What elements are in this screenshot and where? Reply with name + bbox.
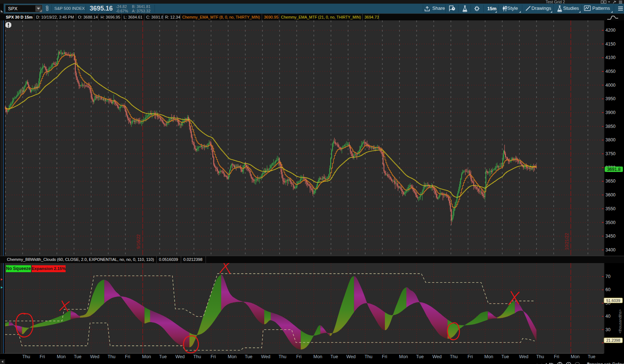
svg-text:Fri: Fri <box>296 354 302 359</box>
svg-text:Fri: Fri <box>468 354 473 359</box>
svg-text:Tue: Tue <box>74 354 81 359</box>
svg-text:60: 60 <box>605 287 611 292</box>
svg-text:Fri: Fri <box>40 354 45 359</box>
svg-text:3691.8: 3691.8 <box>607 167 621 172</box>
svg-text:3950: 3950 <box>605 96 616 101</box>
svg-text:70: 70 <box>605 274 611 279</box>
svg-text:Mon: Mon <box>142 354 151 359</box>
svg-text:51.6039: 51.6039 <box>607 298 620 303</box>
svg-text:3650: 3650 <box>605 179 616 184</box>
svg-text:Wed: Wed <box>175 354 185 359</box>
svg-text:Mon: Mon <box>484 354 493 359</box>
svg-text:3400: 3400 <box>605 247 616 253</box>
svg-text:Wed: Wed <box>432 354 442 359</box>
svg-text:10/21/22: 10/21/22 <box>564 233 569 250</box>
svg-text:Tue: Tue <box>245 354 252 359</box>
svg-text:3750: 3750 <box>605 151 616 156</box>
svg-text:3600: 3600 <box>605 192 616 197</box>
svg-text:4100: 4100 <box>605 55 616 60</box>
svg-text:4200: 4200 <box>605 28 616 33</box>
svg-text:<thousandths>: <thousandths> <box>618 309 622 333</box>
svg-text:Wed: Wed <box>519 354 529 359</box>
svg-text:Tue: Tue <box>159 354 167 359</box>
svg-text:Fri: Fri <box>382 354 387 359</box>
svg-text:Mon: Mon <box>313 354 322 359</box>
svg-text:3850: 3850 <box>605 124 616 129</box>
svg-text:Mon: Mon <box>228 354 237 359</box>
svg-text:Fri: Fri <box>125 354 130 359</box>
svg-text:Tue: Tue <box>588 354 595 359</box>
svg-text:3500: 3500 <box>605 220 616 225</box>
svg-text:Thu: Thu <box>22 354 30 359</box>
svg-text:9/16/22: 9/16/22 <box>136 234 141 249</box>
svg-text:Wed: Wed <box>90 354 100 359</box>
svg-text:4050: 4050 <box>605 69 616 74</box>
svg-text:4150: 4150 <box>605 42 616 47</box>
svg-text:Wed: Wed <box>346 354 356 359</box>
svg-text:Thu: Thu <box>108 354 116 359</box>
svg-text:3550: 3550 <box>605 206 616 211</box>
svg-text:4000: 4000 <box>605 83 616 88</box>
svg-text:Thu: Thu <box>364 354 373 359</box>
svg-text:Drawing set: Default: Drawing set: Default <box>587 362 624 364</box>
svg-text:Tue: Tue <box>416 354 424 359</box>
svg-text:Thu: Thu <box>193 354 201 359</box>
svg-text:Mon: Mon <box>571 354 580 359</box>
svg-text:Thu: Thu <box>536 354 544 359</box>
svg-text:Mon: Mon <box>399 354 408 359</box>
svg-text:Thu: Thu <box>278 354 286 359</box>
svg-text:Thu: Thu <box>450 354 458 359</box>
svg-text:3450: 3450 <box>605 234 616 239</box>
svg-text:3800: 3800 <box>605 137 616 142</box>
svg-text:21.2398: 21.2398 <box>607 338 620 343</box>
svg-text:30: 30 <box>605 327 611 332</box>
svg-text:Mon: Mon <box>57 354 66 359</box>
svg-text:40: 40 <box>605 314 611 319</box>
svg-text:3900: 3900 <box>605 110 616 115</box>
svg-text:Tue: Tue <box>501 354 509 359</box>
svg-text:Fri: Fri <box>211 354 216 359</box>
svg-text:Tue: Tue <box>330 354 338 359</box>
svg-text:Wed: Wed <box>261 354 270 359</box>
svg-text:Fri: Fri <box>554 354 559 359</box>
